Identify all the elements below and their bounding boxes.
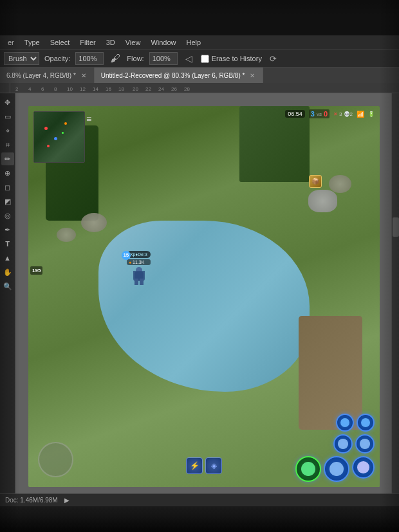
- terrain-sand: [299, 316, 362, 430]
- ruler-mark-28: 28: [184, 86, 190, 92]
- brush-type-select[interactable]: Brush: [4, 52, 39, 65]
- quick-skills: ⚡ ◈: [186, 457, 222, 474]
- skill-btn-attack2[interactable]: [324, 456, 349, 482]
- scrollbar-thumb-v[interactable]: [393, 217, 399, 237]
- movement-pad[interactable]: [38, 442, 73, 477]
- character-container: Xp♦De:3 ● 11.3K 15: [127, 251, 151, 286]
- tool-marquee[interactable]: ▭: [1, 110, 14, 123]
- char-sprite: [132, 267, 146, 286]
- quick-skill-2[interactable]: ◈: [205, 457, 222, 474]
- flow-label: Flow:: [127, 55, 144, 62]
- ruler-mark-18: 18: [118, 86, 124, 92]
- skill-area: [295, 414, 375, 482]
- minimap-red-dot: [44, 127, 48, 130]
- skill-btn-2[interactable]: [355, 434, 375, 454]
- tab-layer6[interactable]: Untitled-2-Recovered @ 80.3% (Layer 6, R…: [95, 68, 264, 83]
- tool-zoom[interactable]: 🔍: [1, 280, 14, 293]
- opacity-input[interactable]: [75, 52, 104, 65]
- skill-row1: [295, 414, 375, 432]
- score-vs: vs: [317, 111, 322, 117]
- stone4: [329, 175, 351, 193]
- tool-gradient[interactable]: ◩: [1, 195, 14, 208]
- skill-btn-6[interactable]: [357, 414, 375, 432]
- ruler-horizontal: 2 4 6 8 10 12 14 16 18 20 22 24 26 28: [10, 83, 399, 93]
- erase-history-label: Erase to History: [212, 55, 262, 62]
- history-icon[interactable]: ⟳: [267, 52, 280, 65]
- menu-item-filter[interactable]: Filter: [75, 37, 100, 48]
- tool-eraser[interactable]: ◻: [1, 181, 14, 194]
- erase-history-checkbox[interactable]: Erase to History: [201, 55, 262, 63]
- ruler-mark-4: 4: [28, 86, 31, 92]
- hud-menu-icon[interactable]: ≡: [86, 114, 91, 124]
- photoshop-window: er Type Select Filter 3D View Window Hel…: [0, 35, 399, 506]
- ruler-mark-14: 14: [93, 86, 98, 92]
- minimap-green-dot: [62, 132, 64, 134]
- tab-close-layer6[interactable]: ✕: [248, 72, 256, 79]
- flow-input[interactable]: [149, 52, 178, 65]
- tab-layer4[interactable]: 6.8% (Layer 4, RGB/8) * ✕: [0, 68, 95, 83]
- ruler-mark-24: 24: [158, 86, 164, 92]
- ruler-mark-22: 22: [145, 86, 151, 92]
- tool-clone[interactable]: ⊕: [1, 167, 14, 179]
- tab-close-layer4[interactable]: ✕: [80, 72, 88, 79]
- menu-item-type[interactable]: Type: [19, 37, 45, 48]
- ruler-corner: [0, 83, 10, 93]
- tool-crop[interactable]: ⌗: [1, 138, 14, 151]
- player-hp-area: 195: [30, 266, 42, 275]
- tool-pen[interactable]: ✒: [1, 223, 14, 236]
- menu-item-view[interactable]: View: [120, 37, 146, 48]
- top-bezel: [0, 0, 399, 35]
- tab-bar: 6.8% (Layer 4, RGB/8) * ✕ Untitled-2-Rec…: [0, 68, 399, 83]
- ruler-mark-16: 16: [106, 86, 111, 92]
- mini-map: [33, 111, 85, 163]
- menu-bar: er Type Select Filter 3D View Window Hel…: [0, 35, 399, 50]
- canvas-content[interactable]: ≡ 06:54 3 vs 0 ✕ 3 💀2: [15, 93, 399, 506]
- ruler-mark-8: 8: [54, 86, 57, 92]
- stone3: [308, 190, 337, 212]
- toolbar: Brush Opacity: 🖌 Flow: ◁ Erase to Histor…: [0, 50, 399, 68]
- score-red: 0: [324, 110, 328, 118]
- menu-item-3d[interactable]: 3D: [101, 37, 120, 48]
- tool-move[interactable]: ✥: [1, 96, 14, 109]
- minimap-blue-dot: [54, 137, 57, 140]
- mini-map-inner: [34, 112, 84, 162]
- char-leg-l: [135, 279, 138, 285]
- skill-btn-1[interactable]: [333, 434, 353, 454]
- doc-info: Doc: 1.46M/6.98M: [5, 497, 58, 504]
- ruler-mark-2: 2: [15, 86, 18, 92]
- minimap-red-dot2: [47, 145, 50, 147]
- char-leg-r: [140, 279, 144, 285]
- angle-icon[interactable]: ◁: [183, 52, 196, 65]
- tool-text[interactable]: T: [1, 237, 14, 250]
- menu-item-help[interactable]: Help: [181, 37, 207, 48]
- menu-item-select[interactable]: Select: [45, 37, 75, 48]
- char-score-icon: ●: [129, 260, 131, 264]
- item-box1: 📦: [309, 175, 322, 188]
- tool-lasso[interactable]: ⌖: [1, 124, 14, 137]
- tool-brush[interactable]: ✏: [1, 152, 14, 165]
- scrollbar-v[interactable]: [391, 93, 399, 506]
- skill-btn-attack1[interactable]: [295, 456, 321, 482]
- tool-shape[interactable]: ▲: [1, 252, 14, 264]
- score-blue: 3: [311, 110, 315, 118]
- bottom-bezel: [0, 506, 399, 532]
- ruler-mark-12: 12: [80, 86, 86, 92]
- player-hp-value: 195: [30, 266, 42, 275]
- left-toolbar: ✥ ▭ ⌖ ⌗ ✏ ⊕ ◻ ◩ ◎ ✒ T ▲ ✋ 🔍: [0, 93, 15, 506]
- tool-hand[interactable]: ✋: [1, 266, 14, 279]
- brush-pressure-icon[interactable]: 🖌: [109, 52, 122, 65]
- char-level: 15: [122, 251, 131, 260]
- quick-skill-1[interactable]: ⚡: [186, 457, 203, 474]
- game-bg: ≡ 06:54 3 vs 0 ✕ 3 💀2: [28, 106, 380, 487]
- menu-item-er[interactable]: er: [3, 37, 19, 48]
- menu-item-window[interactable]: Window: [145, 37, 181, 48]
- char-score-value: 11.3K: [133, 260, 144, 264]
- skill-btn-attack3[interactable]: [352, 456, 375, 479]
- tab-label-layer4: 6.8% (Layer 4, RGB/8) *: [6, 72, 76, 79]
- skill-btn-5[interactable]: [336, 414, 354, 432]
- tool-blur[interactable]: ◎: [1, 209, 14, 222]
- erase-history-check[interactable]: [201, 55, 209, 63]
- status-arrow[interactable]: ▶: [64, 497, 70, 504]
- tab-label-layer6: Untitled-2-Recovered @ 80.3% (Layer 6, R…: [101, 72, 245, 79]
- game-timer: 06:54: [285, 110, 305, 118]
